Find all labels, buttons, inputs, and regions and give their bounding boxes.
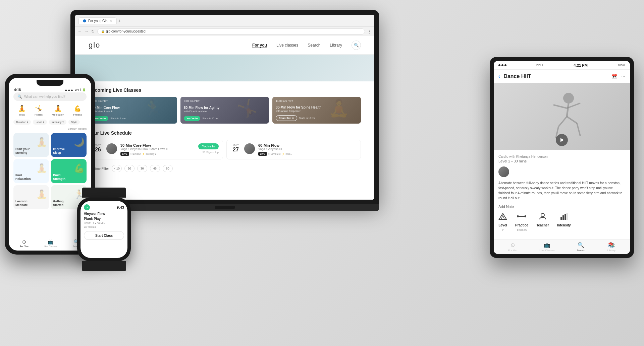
- tab-favicon: 🔵: [83, 19, 86, 22]
- svg-line-1: [567, 103, 569, 117]
- glo-nav: For you Live classes Search Library 🔍: [252, 41, 361, 50]
- calendar-icon[interactable]: 📅: [611, 74, 617, 79]
- more-icon[interactable]: ···: [621, 74, 625, 79]
- live-card-1-bottom: You're In Starts in 1 hour: [92, 116, 174, 121]
- time-btn-30[interactable]: 30: [137, 165, 147, 172]
- filter-duration[interactable]: Duration ▾: [13, 120, 31, 125]
- filter-style[interactable]: Style: [68, 120, 80, 125]
- phone-time: 4:18: [14, 88, 21, 92]
- nav-item-for-you[interactable]: For you: [252, 43, 267, 48]
- tablet-content: Cardio with Khetanya Henderson Level 2 •…: [494, 150, 630, 239]
- time-btn-45[interactable]: 45: [150, 165, 160, 172]
- time-btn-10[interactable]: < 10: [112, 165, 122, 172]
- phone-search-icon: 🔍: [17, 94, 22, 99]
- teacher-icon: [539, 213, 546, 222]
- phone-status-bar: 4:18 ▲▲▲ WiFi 🔋: [9, 87, 91, 92]
- tablet-add-note[interactable]: Add Note: [498, 205, 625, 209]
- nav-item-library[interactable]: Library: [330, 43, 342, 48]
- browser-tab[interactable]: 🔵 For you | Glo ✕: [78, 17, 117, 24]
- for-you-nav-icon: ⊙: [22, 239, 26, 245]
- play-button[interactable]: [556, 134, 568, 146]
- grid-meditate-label: Learn toMeditate: [15, 200, 47, 207]
- phone-filters: Duration ▾ Level ▾ Intensity ▾ Style: [13, 120, 87, 125]
- grid-item-meditate[interactable]: 🧘 Learn toMeditate: [13, 185, 49, 209]
- phone-category-fitness[interactable]: 💪 Fitness: [73, 105, 82, 116]
- tablet-header: ‹ Dance HIIT 📅 ···: [494, 70, 630, 83]
- tablet-header-icons: 📅 ···: [611, 74, 625, 79]
- tablet-back-button[interactable]: ‹: [498, 73, 500, 79]
- nav-item-search[interactable]: Search: [308, 43, 320, 48]
- back-button[interactable]: ←: [78, 29, 82, 34]
- more-options-icon[interactable]: ⋮: [368, 29, 372, 34]
- schedule-row: MAY 26 30-Min Core Flow Yoga • Vinyasa F…: [89, 140, 361, 159]
- phone-search-placeholder: What can we help you find?: [24, 95, 65, 98]
- refresh-button[interactable]: ↻: [91, 29, 95, 34]
- dot-3: [504, 64, 506, 66]
- svg-rect-18: [565, 214, 566, 220]
- glo-logo: glo: [89, 41, 100, 50]
- tablet-search-label: Search: [577, 249, 585, 252]
- phone-nav-live[interactable]: 📺 Live Classes: [44, 239, 57, 248]
- schedule-card-2[interactable]: MAY 27 60-Min Flow Yoga • Vinyasa Fl... …: [226, 140, 361, 159]
- schedule-card-1[interactable]: MAY 26 30-Min Core Flow Yoga • Vinyasa F…: [89, 140, 223, 159]
- svg-line-2: [558, 117, 567, 127]
- live-card-2[interactable]: 🤸 8:00 am PDT 60-Min Flow for Agility wi…: [180, 97, 269, 124]
- grid-item-sleep[interactable]: 🌙 ImproveSleep: [51, 133, 87, 157]
- grid-relax-label: FindRelaxation: [15, 174, 47, 181]
- address-input[interactable]: 🔒 glo.com/for-you/suggested: [97, 28, 365, 34]
- level-tag-2: ⬡ Level 2-3: [268, 153, 281, 155]
- laptop: 🔵 For you | Glo ✕ + ← → ↻ 🔒 glo.com/for-…: [70, 10, 379, 218]
- live-card-2-overlay: 8:00 am PDT 60-Min Flow for Agility with…: [180, 97, 269, 124]
- svg-point-15: [541, 213, 544, 217]
- tablet-video-area[interactable]: [494, 83, 630, 150]
- tablet-nav-library[interactable]: 📚 Library: [607, 242, 615, 252]
- live-card-3[interactable]: 🧘 11:00 am PDT 30-Min Flow for Spine Hea…: [272, 97, 361, 124]
- time-btn-60[interactable]: 60: [163, 165, 173, 172]
- meditation-label: Meditation: [52, 113, 64, 116]
- svg-marker-9: [501, 215, 504, 219]
- laptop-notch: [215, 206, 235, 209]
- schedule-month-2: MAY: [231, 143, 241, 147]
- youre-in-button-2[interactable]: You're In: [184, 116, 200, 121]
- phone-notch: [37, 80, 63, 86]
- time-btn-20[interactable]: 20: [124, 165, 135, 172]
- grid-strength-label: BuildStrength: [53, 174, 85, 181]
- new-tab-button[interactable]: +: [118, 18, 121, 23]
- fitness-label: Fitness: [517, 228, 527, 232]
- phone-nav-for-you[interactable]: ⊙ For You: [20, 239, 29, 248]
- live-card-3-overlay: 11:00 am PDT 30-Min Flow for Spine Healt…: [272, 97, 361, 124]
- phone-category-pilates[interactable]: 🤸 Pilates: [35, 105, 43, 116]
- phone-category-meditation[interactable]: 🧘 Meditation: [52, 105, 64, 116]
- tablet-nav-for-you[interactable]: ⊙ For You: [508, 242, 518, 252]
- for-you-nav-label: For You: [20, 245, 29, 248]
- watch-time: 9:43: [117, 205, 124, 209]
- glo-main-content: Upcoming Live Classes 🏃 5:00 pm PDT: [75, 81, 374, 178]
- filter-level[interactable]: Level ▾: [33, 120, 47, 125]
- grid-item-strength[interactable]: 💪 BuildStrength: [51, 159, 87, 183]
- nav-item-live-classes[interactable]: Live classes: [276, 43, 298, 48]
- forward-button[interactable]: →: [85, 29, 89, 34]
- live-card-1[interactable]: 🏃 5:00 pm PDT 30-Min Core Flow with Marc…: [89, 97, 177, 124]
- dumbbell-icon: [517, 213, 526, 222]
- wifi-icon: WiFi: [75, 88, 81, 91]
- schedule-info-2: 60-Min Flow Yoga • Vinyasa Fl... LIVE ⬡ …: [258, 143, 357, 156]
- glo-search-button[interactable]: 🔍: [352, 41, 361, 50]
- schedule-date-2: MAY 27: [231, 143, 241, 153]
- phone-category-yoga[interactable]: 🧘 Yoga: [18, 105, 25, 116]
- youre-in-pill-1[interactable]: You're In: [198, 143, 219, 149]
- svg-rect-17: [562, 215, 564, 220]
- count-me-in-button[interactable]: Count Me In: [276, 115, 297, 121]
- filter-intensity[interactable]: Intensity ▾: [49, 120, 66, 125]
- tablet-nav-search[interactable]: 🔍 Search: [577, 242, 585, 252]
- grid-item-morning[interactable]: 🧘 Start yourMorning: [13, 133, 49, 157]
- watch-band-bottom: [82, 261, 126, 271]
- tab-close-icon[interactable]: ✕: [110, 19, 112, 22]
- glo-header: glo For you Live classes Search Library …: [75, 36, 374, 55]
- upcoming-section-title: Upcoming Live Classes: [89, 87, 361, 93]
- grid-item-relax[interactable]: 🧘 FindRelaxation: [13, 159, 49, 183]
- start-class-button[interactable]: Start Class: [84, 231, 124, 240]
- phone-search-bar[interactable]: 🔍 What can we help you find?: [13, 92, 87, 101]
- watch: G 9:43 Vinyasa Flow Plank Play LEVEL 2 •…: [70, 188, 138, 268]
- tablet-nav-live[interactable]: 📺 Live Classes: [539, 242, 554, 252]
- live-card-2-bottom: You're In Starts in 16 hrs: [184, 116, 266, 121]
